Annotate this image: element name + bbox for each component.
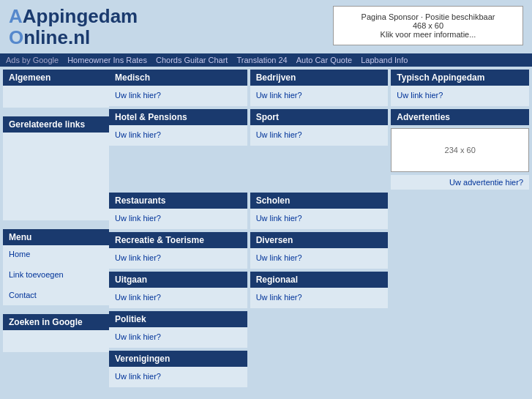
- cat-regionaal: Regionaal Uw link hier?: [250, 272, 389, 308]
- hotel-link[interactable]: Uw link hier?: [115, 130, 161, 139]
- sponsor-line3: Klik voor meer informatie...: [345, 30, 511, 39]
- cat-uitgaan: Uitgaan Uw link hier?: [109, 272, 247, 308]
- cat-restaurants: Restaurants Uw link hier?: [109, 193, 247, 229]
- cat-recreatie: Recreatie & Toerisme Uw link hier?: [109, 232, 247, 269]
- menu-home[interactable]: Home: [9, 250, 103, 258]
- cat-recreatie-content: Uw link hier?: [109, 248, 247, 269]
- row-2: Hotel & Pensions Uw link hier? Sport Uw …: [109, 109, 529, 190]
- adbar: Ads by Google Homeowner Ins Rates Chords…: [0, 53, 532, 67]
- cat-hotel-header: Hotel & Pensions: [109, 109, 247, 125]
- cat-verenigingen: Verenigingen Uw link hier?: [109, 351, 247, 387]
- adbar-link-4[interactable]: Auto Car Quote: [296, 56, 352, 64]
- cat-sport-header: Sport: [250, 109, 389, 125]
- row-3: Restaurants Uw link hier? Scholen Uw lin…: [109, 193, 529, 229]
- restaurants-link[interactable]: Uw link hier?: [115, 214, 161, 223]
- cat-verenigingen-header: Verenigingen: [109, 351, 247, 367]
- ads-by-google-label: Ads by Google: [6, 56, 59, 64]
- cat-advertenties-header: Advertenties: [391, 109, 529, 125]
- sidebar-gerelateerde-header: Gerelateerde links: [3, 116, 109, 133]
- ad-link[interactable]: Uw advertentie hier?: [449, 178, 523, 187]
- sidebar-zoeken: Zoeken in Google: [3, 314, 109, 352]
- sidebar-menu-content: Home Link toevoegen Contact: [3, 245, 109, 305]
- header: AAppingedam Online.nl Pagina Sponsor · P…: [0, 0, 532, 53]
- cat-bedrijven-content: Uw link hier?: [250, 86, 389, 106]
- main-content: Algemeen Gerelateerde links Menu Home Li…: [0, 67, 532, 390]
- cat-scholen-content: Uw link hier?: [250, 209, 389, 229]
- diversen-link[interactable]: Uw link hier?: [256, 253, 302, 262]
- sponsor-line2: 468 x 60: [345, 21, 511, 30]
- cat-scholen: Scholen Uw link hier?: [250, 193, 389, 229]
- cat-scholen-header: Scholen: [250, 193, 389, 209]
- site-logo: AAppingedam Online.nl: [9, 6, 138, 48]
- row-7: Verenigingen Uw link hier?: [109, 351, 529, 387]
- sidebar-gerelateerde: Gerelateerde links: [3, 116, 109, 220]
- cat-diversen-content: Uw link hier?: [250, 248, 389, 269]
- cat-recreatie-header: Recreatie & Toerisme: [109, 232, 247, 248]
- row-5: Uitgaan Uw link hier? Regionaal Uw link …: [109, 272, 529, 308]
- row-1: Medisch Uw link hier? Bedrijven Uw link …: [109, 70, 529, 106]
- row-4: Recreatie & Toerisme Uw link hier? Diver…: [109, 232, 529, 269]
- medisch-link[interactable]: Uw link hier?: [115, 91, 161, 100]
- cat-medisch: Medisch Uw link hier?: [109, 70, 247, 106]
- cat-politiek-content: Uw link hier?: [109, 327, 247, 348]
- verenigingen-link[interactable]: Uw link hier?: [115, 372, 161, 381]
- cat-medisch-content: Uw link hier?: [109, 86, 247, 106]
- sidebar-zoeken-content: [3, 330, 109, 352]
- adbar-link-2[interactable]: Chords Guitar Chart: [156, 56, 228, 64]
- cat-diversen-header: Diversen: [250, 232, 389, 248]
- cat-sport: Sport Uw link hier?: [250, 109, 389, 190]
- content-area: Medisch Uw link hier? Bedrijven Uw link …: [109, 70, 529, 387]
- advertenties-block: Advertenties 234 x 60 Uw advertentie hie…: [391, 109, 529, 190]
- cat-sport-content: Uw link hier?: [250, 125, 389, 146]
- cat-typisch-content: Uw link hier?: [391, 86, 529, 106]
- advertenties-placeholder: [391, 193, 529, 229]
- cat-politiek: Politiek Uw link hier?: [109, 311, 247, 348]
- sidebar: Algemeen Gerelateerde links Menu Home Li…: [3, 70, 109, 387]
- ad-banner: 234 x 60: [391, 128, 529, 172]
- adbar-link-3[interactable]: Translation 24: [236, 56, 287, 64]
- cat-hotel: Hotel & Pensions Uw link hier?: [109, 109, 247, 190]
- scholen-link[interactable]: Uw link hier?: [256, 214, 302, 223]
- cat-hotel-content: Uw link hier?: [109, 125, 247, 146]
- sidebar-algemeen: Algemeen: [3, 70, 109, 108]
- sport-link[interactable]: Uw link hier?: [256, 130, 302, 139]
- adbar-link-1[interactable]: Homeowner Ins Rates: [67, 56, 147, 64]
- adbar-link-5[interactable]: Lapband Info: [361, 56, 408, 64]
- sidebar-algemeen-header: Algemeen: [3, 70, 109, 86]
- sidebar-zoeken-header: Zoeken in Google: [3, 314, 109, 330]
- sidebar-menu-header: Menu: [3, 229, 109, 245]
- cat-uitgaan-header: Uitgaan: [109, 272, 247, 288]
- cat-bedrijven: Bedrijven Uw link hier?: [250, 70, 389, 106]
- uitgaan-link[interactable]: Uw link hier?: [115, 293, 161, 302]
- cat-diversen: Diversen Uw link hier?: [250, 232, 389, 269]
- ad-size-label: 234 x 60: [445, 146, 476, 154]
- cat-uitgaan-content: Uw link hier?: [109, 288, 247, 308]
- cat-bedrijven-header: Bedrijven: [250, 70, 389, 86]
- menu-contact[interactable]: Contact: [9, 291, 103, 299]
- ad-label[interactable]: Uw advertentie hier?: [391, 175, 529, 190]
- cat-restaurants-header: Restaurants: [109, 193, 247, 209]
- sponsor-box[interactable]: Pagina Sponsor · Positie beschikbaar 468…: [333, 6, 523, 45]
- sponsor-line1: Pagina Sponsor · Positie beschikbaar: [345, 12, 511, 21]
- cat-typisch: Typisch Appingedam Uw link hier?: [391, 70, 529, 106]
- bedrijven-link[interactable]: Uw link hier?: [256, 91, 302, 100]
- row-6: Politiek Uw link hier?: [109, 311, 529, 348]
- politiek-link[interactable]: Uw link hier?: [115, 332, 161, 341]
- cat-politiek-header: Politiek: [109, 311, 247, 327]
- sidebar-algemeen-content: [3, 86, 109, 108]
- cat-regionaal-header: Regionaal: [250, 272, 389, 288]
- sidebar-menu: Menu Home Link toevoegen Contact: [3, 229, 109, 305]
- cat-verenigingen-content: Uw link hier?: [109, 367, 247, 387]
- recreatie-link[interactable]: Uw link hier?: [115, 253, 161, 262]
- cat-regionaal-content: Uw link hier?: [250, 288, 389, 308]
- typisch-link[interactable]: Uw link hier?: [397, 91, 443, 100]
- sidebar-gerelateerde-content: [3, 133, 109, 220]
- cat-typisch-header: Typisch Appingedam: [391, 70, 529, 86]
- menu-link-toevoegen[interactable]: Link toevoegen: [9, 270, 103, 279]
- cat-medisch-header: Medisch: [109, 70, 247, 86]
- regionaal-link[interactable]: Uw link hier?: [256, 293, 302, 302]
- cat-restaurants-content: Uw link hier?: [109, 209, 247, 229]
